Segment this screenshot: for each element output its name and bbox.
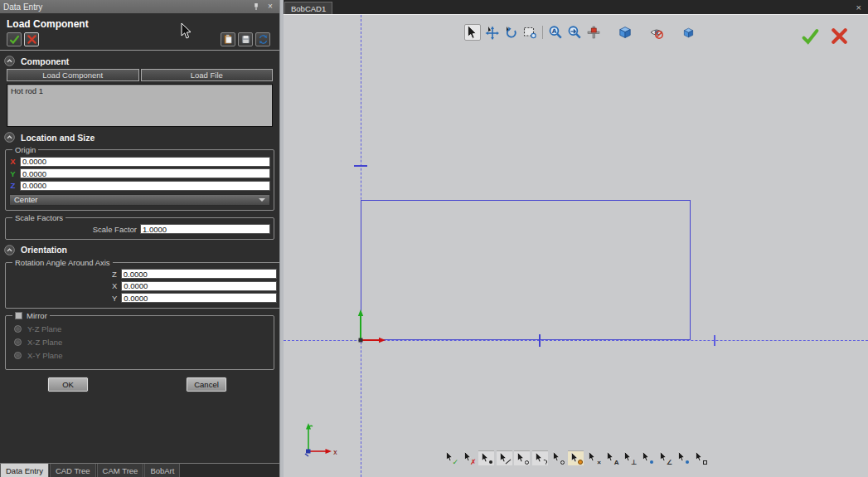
confirm-icon[interactable] (7, 32, 22, 46)
panel-toolbar (7, 32, 273, 46)
scale-factors-groupbox: Scale Factors Scale Factor (5, 213, 274, 240)
view-toolbar: A (464, 24, 696, 41)
document-tab-bar: BobCAD1 × (284, 0, 868, 14)
origin-y-row: Y (9, 168, 270, 178)
window-select-icon[interactable] (521, 24, 538, 41)
component-section-header[interactable]: Component (4, 56, 275, 66)
yz-plane-label: Y-Z Plane (27, 324, 61, 333)
snap-quadrant-icon[interactable] (532, 450, 548, 465)
mirror-label: Mirror (27, 311, 47, 320)
rotation-x-row: X (112, 281, 277, 291)
mirror-groupbox: Mirror Y-Z Plane X-Z Plane X-Y Plane (5, 311, 274, 370)
scale-factor-row: Scale Factor (9, 224, 270, 234)
select-icon[interactable] (464, 24, 481, 41)
rotation-x-field[interactable] (121, 281, 277, 291)
snap-midpoint-icon[interactable] (497, 450, 512, 465)
document-area: BobCAD1 × (284, 0, 868, 477)
tab-cad-tree[interactable]: CAD Tree (50, 464, 96, 477)
xz-plane-radio[interactable] (14, 338, 22, 346)
rotation-z-field[interactable] (121, 269, 277, 279)
mirror-legend: Mirror (12, 311, 50, 320)
origin-y-field[interactable] (20, 168, 270, 178)
collapse-chevron-icon[interactable] (4, 245, 15, 256)
isometric-view-icon[interactable] (617, 24, 633, 41)
scale-factor-field[interactable] (140, 224, 270, 234)
tab-bobart[interactable]: BobArt (144, 464, 180, 477)
pan-icon[interactable] (483, 24, 500, 41)
x-axis-label: X (9, 157, 17, 166)
tab-bobcad1[interactable]: BobCAD1 (284, 2, 332, 14)
origin-axes-icon (355, 307, 393, 345)
load-file-button[interactable]: Load File (141, 69, 274, 81)
cancel-icon[interactable] (24, 32, 39, 46)
reject-icon[interactable] (830, 27, 849, 46)
reload-icon[interactable] (255, 32, 270, 46)
rotation-y-field[interactable] (121, 293, 277, 303)
pin-icon[interactable] (250, 2, 262, 12)
cad-viewport[interactable]: x A (284, 14, 868, 477)
load-component-button[interactable]: Load Component (7, 69, 139, 81)
snap-confirm-icon[interactable]: ✓ (443, 450, 458, 465)
mirror-option-row: X-Z Plane (14, 338, 265, 347)
zoom-window-icon[interactable] (566, 24, 583, 41)
xy-plane-radio[interactable] (14, 352, 22, 359)
mirror-checkbox[interactable] (15, 312, 22, 319)
orientation-section-label: Orientation (21, 245, 67, 255)
origin-x-row: X (9, 157, 270, 167)
hide-entity-icon[interactable] (648, 24, 665, 41)
snap-cancel-icon[interactable]: ✗ (461, 450, 477, 465)
panel-right-icons (221, 32, 273, 46)
yz-plane-radio[interactable] (14, 325, 22, 333)
snap-center-icon[interactable] (514, 450, 530, 465)
mirror-option-row: X-Y Plane (14, 351, 265, 360)
collapse-chevron-icon[interactable] (4, 56, 15, 66)
ok-button[interactable]: OK (48, 377, 88, 392)
origin-groupbox: Origin X Y Z Center (5, 145, 274, 211)
tab-cam-tree[interactable]: CAM Tree (97, 464, 144, 477)
snap-tangent-icon[interactable] (550, 450, 565, 465)
snap-intersection-icon[interactable]: × (585, 450, 601, 465)
tab-data-entry[interactable]: Data Entry (0, 464, 49, 477)
snap-nearest-icon[interactable] (675, 450, 691, 465)
origin-z-row: Z (9, 181, 270, 191)
z-axis-label: Z (9, 181, 17, 190)
origin-z-field[interactable] (20, 181, 270, 191)
paste-icon[interactable] (221, 32, 235, 46)
panel-tab-bar: Data Entry CAD Tree CAM Tree BobArt (0, 463, 279, 477)
toolbar-separator (542, 26, 543, 39)
shading-icon[interactable] (680, 24, 696, 41)
zoom-extents-icon[interactable] (585, 24, 602, 41)
collapse-chevron-icon[interactable] (4, 132, 15, 143)
close-icon[interactable]: × (264, 2, 276, 12)
save-icon[interactable] (238, 32, 253, 46)
snap-perpendicular-icon[interactable]: ⊥ (621, 450, 637, 465)
location-section-header[interactable]: Location and Size (4, 132, 275, 143)
snap-endpoint-icon[interactable] (478, 450, 494, 465)
snap-vertical-icon[interactable] (639, 450, 655, 465)
list-item[interactable]: Hot rod 1 (7, 85, 272, 95)
accept-icon[interactable] (801, 27, 820, 46)
snap-origin-icon[interactable] (568, 450, 584, 465)
snap-entity-icon[interactable]: A (604, 450, 619, 465)
confirm-controls (801, 27, 849, 46)
geometry-rectangle[interactable] (361, 200, 691, 340)
xz-plane-label: X-Z Plane (27, 338, 62, 347)
location-section-label: Location and Size (21, 133, 95, 143)
rotation-y-row: Y (112, 293, 277, 303)
component-buttons: Load Component Load File (7, 69, 273, 81)
rotate-view-icon[interactable] (502, 24, 519, 41)
section-divider (0, 50, 279, 51)
zoom-all-icon[interactable]: A (547, 24, 564, 41)
snap-grid-icon[interactable] (692, 450, 708, 465)
anchor-dropdown[interactable]: Center (9, 194, 270, 206)
orientation-section-header[interactable]: Orientation (4, 245, 275, 256)
component-list[interactable]: Hot rod 1 (7, 84, 273, 127)
origin-x-field[interactable] (20, 157, 270, 167)
scale-factor-field-label: Scale Factor (93, 225, 137, 234)
snap-toolbar: ✓ ✗ × A ⊥ ∠ (443, 450, 708, 465)
cancel-button[interactable]: Cancel (187, 377, 226, 392)
snap-angle-icon[interactable]: ∠ (657, 450, 672, 465)
panel-titlebar[interactable]: Data Entry × (0, 0, 279, 13)
application-window: Data Entry × Load Component (0, 0, 868, 477)
document-close-icon[interactable]: × (856, 2, 861, 12)
